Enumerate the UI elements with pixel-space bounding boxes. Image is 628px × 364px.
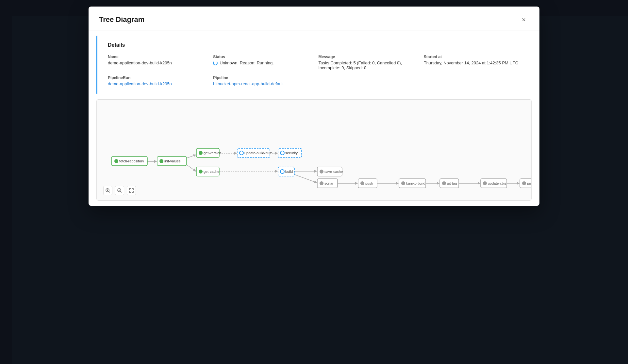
svg-point-38 bbox=[320, 181, 323, 185]
svg-text:save-cache: save-cache bbox=[324, 170, 343, 174]
svg-point-50 bbox=[483, 181, 487, 185]
pipeline-diagram-svg: fetch-repository init-values get-version… bbox=[97, 100, 531, 200]
details-section: Details Name demo-application-dev-build-… bbox=[96, 36, 532, 94]
status-value: Unknown. Reason: Running. bbox=[220, 60, 274, 65]
message-value: Tasks Completed: 5 (Failed: 0, Cancelled… bbox=[319, 60, 416, 70]
status-row: Unknown. Reason: Running. bbox=[213, 60, 310, 65]
svg-point-47 bbox=[442, 181, 446, 185]
modal-header: Tree Diagram × bbox=[89, 7, 539, 30]
zoom-out-button[interactable] bbox=[115, 186, 124, 195]
svg-text:get-cache: get-cache bbox=[204, 170, 219, 174]
svg-text:build: build bbox=[285, 170, 293, 174]
svg-text:get-version: get-version bbox=[204, 151, 221, 155]
detail-pipeline: Pipeline bitbucket-npm-react-app-build-d… bbox=[213, 75, 310, 86]
svg-text:git-tag: git-tag bbox=[447, 181, 457, 185]
zoom-in-button[interactable] bbox=[103, 186, 112, 195]
svg-text:update-build-num...: update-build-num... bbox=[244, 151, 275, 155]
svg-point-14 bbox=[114, 159, 118, 163]
svg-text:security: security bbox=[285, 151, 298, 155]
svg-line-1 bbox=[187, 155, 196, 158]
svg-point-17 bbox=[159, 159, 163, 163]
started-at-label: Started at bbox=[424, 55, 521, 59]
modal-body: Details Name demo-application-dev-build-… bbox=[89, 36, 539, 201]
svg-text:push-to-jira: push-to-jira bbox=[527, 181, 531, 185]
details-row2: PipelineRun demo-application-dev-build-k… bbox=[108, 75, 521, 86]
svg-text:sonar: sonar bbox=[324, 181, 334, 185]
detail-status: Status Unknown. Reason: Running. bbox=[213, 55, 310, 70]
details-grid: Name demo-application-dev-build-k295n St… bbox=[108, 55, 521, 70]
svg-line-58 bbox=[109, 191, 110, 192]
detail-started-at: Started at Thursday, November 14, 2024 a… bbox=[424, 55, 521, 70]
started-at-value: Thursday, November 14, 2024 at 1:42:35 P… bbox=[424, 60, 521, 65]
pipeline-value[interactable]: bitbucket-npm-react-app-build-default bbox=[213, 81, 310, 86]
svg-text:push: push bbox=[365, 181, 373, 185]
details-title: Details bbox=[108, 42, 521, 48]
svg-point-53 bbox=[522, 181, 526, 185]
name-label: Name bbox=[108, 55, 205, 59]
pipeline-run-label: PipelineRun bbox=[108, 75, 205, 80]
detail-message: Message Tasks Completed: 5 (Failed: 0, C… bbox=[319, 55, 416, 70]
zoom-controls bbox=[103, 186, 136, 195]
pipeline-run-value[interactable]: demo-application-dev-build-k295n bbox=[108, 81, 205, 86]
detail-name: Name demo-application-dev-build-k295n bbox=[108, 55, 205, 70]
svg-point-20 bbox=[199, 151, 203, 155]
svg-line-7 bbox=[294, 174, 317, 183]
detail-pipeline-run: PipelineRun demo-application-dev-build-k… bbox=[108, 75, 205, 86]
svg-text:init-values: init-values bbox=[164, 159, 181, 163]
svg-line-2 bbox=[187, 165, 196, 171]
status-spinner-icon bbox=[213, 61, 218, 65]
svg-text:update-cbis: update-cbis bbox=[488, 181, 506, 185]
svg-text:fetch-repository: fetch-repository bbox=[119, 159, 144, 163]
modal-overlay: Tree Diagram × Details Name demo-applica… bbox=[0, 0, 628, 364]
name-value: demo-application-dev-build-k295n bbox=[108, 60, 205, 65]
svg-point-44 bbox=[401, 181, 405, 185]
status-label: Status bbox=[213, 55, 310, 59]
svg-line-61 bbox=[121, 191, 122, 192]
tree-diagram-modal: Tree Diagram × Details Name demo-applica… bbox=[89, 7, 539, 206]
pipeline-label: Pipeline bbox=[213, 75, 310, 80]
message-label: Message bbox=[319, 55, 416, 59]
svg-text:kaniko-build: kaniko-build bbox=[406, 181, 425, 185]
modal-title: Tree Diagram bbox=[99, 15, 144, 24]
close-button[interactable]: × bbox=[519, 14, 529, 25]
diagram-section: fetch-repository init-values get-version… bbox=[96, 99, 532, 201]
svg-point-23 bbox=[199, 170, 203, 174]
svg-point-35 bbox=[320, 170, 323, 174]
svg-point-41 bbox=[360, 181, 364, 185]
fit-view-button[interactable] bbox=[127, 186, 136, 195]
